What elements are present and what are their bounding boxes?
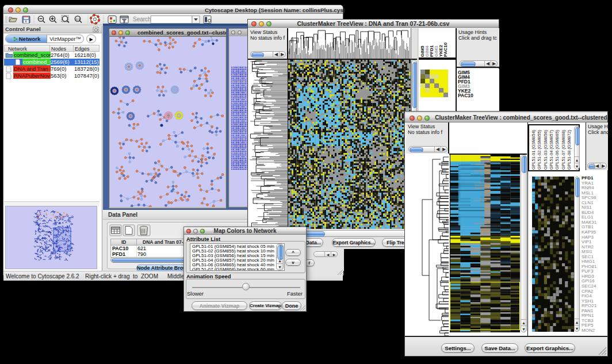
svg-text:PAC10: PAC10 — [443, 42, 448, 57]
svg-text:GPL51-08 (GSM872): GPL51-08 (GSM872) — [567, 130, 572, 170]
svg-text:GPL51-04 (GSM857): GPL51-04 (GSM857) — [549, 130, 554, 170]
svg-text:Search:: Search: — [133, 16, 152, 22]
svg-text:1:1: 1:1 — [76, 17, 80, 21]
svg-text:GPL51-01 (GSM854): GPL51-01 (GSM854) — [531, 130, 536, 170]
svg-text:GPL51-02 (GSM855): GPL51-02 (GSM855) — [537, 130, 542, 170]
svg-text:GPL51-06 (GSM865): GPL51-06 (GSM865) — [554, 130, 560, 170]
svg-text:GPL51-07 (GSM868): GPL51-07 (GSM868) — [561, 130, 566, 170]
svg-text:GPL51-03 (GSM856): GPL51-03 (GSM856) — [543, 130, 548, 170]
